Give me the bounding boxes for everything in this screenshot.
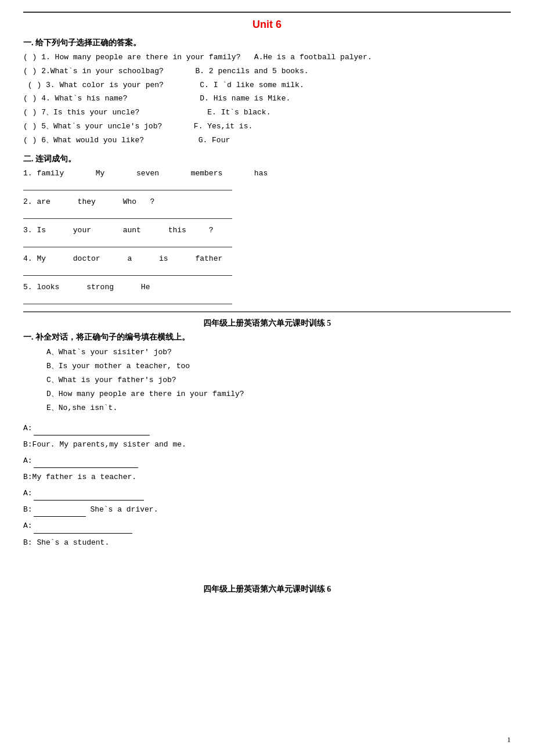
answer-line-3	[23, 237, 232, 247]
dialog-a4: A:	[23, 519, 511, 533]
answer-line-5	[23, 294, 232, 304]
sentence-3-num: 3. Is your aunt this ?	[23, 226, 214, 235]
answer-line-2	[23, 208, 232, 219]
dialog-b4: B: She`s a student.	[23, 536, 511, 549]
section1-questions: ( ) 1. How many people are there in your…	[23, 52, 511, 147]
section-header-center: 四年级上册英语第六单元课时训练 5	[23, 318, 511, 329]
sentence-2-num: 2. are they Who ?	[23, 197, 154, 206]
dialog-a2: A:	[23, 454, 511, 468]
unit-title: Unit 6	[23, 19, 511, 31]
q3: ( ) 3. What color is your pen? C. I `d l…	[23, 80, 511, 92]
dialog-b2: B:My father is a teacher.	[23, 470, 511, 484]
sentence-4-num: 4. My doctor a is father	[23, 254, 222, 263]
option-b: B、Is your mother a teacher, too	[46, 360, 511, 373]
answer-line-4	[23, 265, 232, 276]
q6: ( ) 5、What`s your uncle's job? F. Yes,it…	[23, 121, 511, 133]
q4: ( ) 4. What`s his name? D. His name is M…	[23, 93, 511, 105]
q2: ( ) 2.What`s in your schoolbag? B. 2 pen…	[23, 66, 511, 78]
fill-a2[interactable]	[34, 454, 138, 468]
fill-a1[interactable]	[34, 422, 150, 435]
dialog-a3: A:	[23, 487, 511, 501]
dialog-b3: B: She`s a driver.	[23, 503, 511, 517]
dialog-a1: A:	[23, 422, 511, 435]
fill-b3[interactable]	[34, 503, 86, 517]
fill-a3[interactable]	[34, 487, 144, 501]
section-divider	[23, 311, 511, 312]
page-number: 1	[507, 735, 511, 744]
fill-a4[interactable]	[34, 519, 132, 533]
section1-title: 一. 给下列句子选择正确的答案。	[23, 38, 511, 48]
section2-title: 二. 连词成句。	[23, 154, 511, 164]
sentence-5: 5. looks strong He	[23, 283, 511, 304]
sentence-1: 1. family My seven members has	[23, 169, 511, 190]
sentence-1-num: 1. family My seven members has	[23, 169, 268, 178]
answer-line-1	[23, 180, 232, 190]
footer-label: 四年级上册英语第六单元课时训练 6	[23, 584, 511, 595]
sentence-5-num: 5. looks strong He	[23, 283, 150, 291]
q1: ( ) 1. How many people are there in your…	[23, 52, 511, 64]
option-a: A、What`s your sisiter' job?	[46, 346, 511, 359]
dialog-section: A: B:Four. My parents,my sister and me. …	[23, 422, 511, 549]
option-d: D、How many people are there in your fami…	[46, 388, 511, 401]
q7: ( ) 6、What would you like? G. Four	[23, 135, 511, 147]
section3-title: 一. 补全对话，将正确句子的编号填在横线上。	[23, 332, 511, 343]
q5: ( ) 7、Is this your uncle? E. It`s black.	[23, 107, 511, 119]
sentence-4: 4. My doctor a is father	[23, 254, 511, 276]
dialog-b1: B:Four. My parents,my sister and me.	[23, 438, 511, 451]
option-e: E、No,she isn`t.	[46, 402, 511, 415]
sentence-2: 2. are they Who ?	[23, 197, 511, 219]
top-border	[23, 12, 511, 13]
sentence-3: 3. Is your aunt this ?	[23, 226, 511, 247]
option-c: C、What is your father's job?	[46, 374, 511, 387]
